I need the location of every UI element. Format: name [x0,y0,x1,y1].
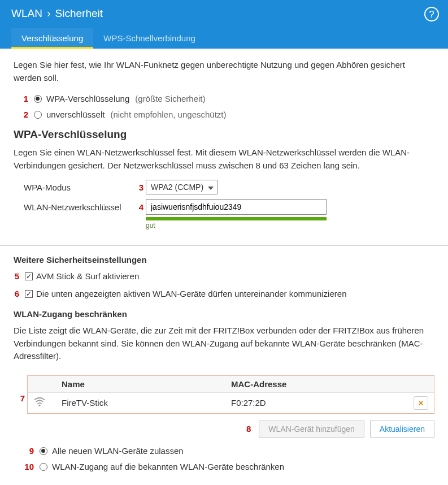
annotation-5: 5 [8,270,19,283]
col-name: Name [62,379,231,389]
opt-allow-label: Alle neuen WLAN-Geräte zulassen [52,444,184,458]
wpa-key-input[interactable] [146,200,326,214]
wifi-icon [33,397,46,409]
chevron-down-icon [208,183,214,192]
annotation-10: 10 [23,460,34,474]
tabs: Verschlüsselung WPS-Schnellverbindung [11,28,437,49]
breadcrumb: WLAN › Sicherheit [11,7,437,20]
annotation-8: 8 [240,424,251,434]
opt-unencrypted-hint: (nicht empfohlen, ungeschützt) [110,108,226,122]
radio-restrict[interactable] [40,463,47,471]
help-icon[interactable]: ? [424,7,439,21]
radio-wpa[interactable] [34,95,42,103]
more-heading: Weitere Sicherheitseinstellungen [14,255,434,265]
strength-label: gut [146,222,327,229]
wpa-key-label: WLAN-Netzwerkschlüssel [14,202,132,212]
annotation-7: 7 [14,393,25,403]
col-mac: MAC-Adresse [231,379,406,389]
chk2-label: Die unten angezeigten aktiven WLAN-Gerät… [36,288,346,301]
wpa-mode-value: WPA2 (CCMP) [151,183,203,192]
annotation-3: 3 [132,183,143,192]
annotation-9: 9 [23,444,34,458]
intro-text: Legen Sie hier fest, wie Ihr WLAN-Funkne… [14,59,434,84]
delete-device-button[interactable]: × [414,396,428,410]
chk1-label: AVM Stick & Surf aktivieren [36,270,139,283]
wpa-mode-select[interactable]: WPA2 (CCMP) [146,180,218,194]
svg-point-0 [38,405,40,406]
tab-verschluesselung[interactable]: Verschlüsselung [11,28,93,49]
wpa-mode-label: WPA-Modus [14,183,132,192]
wpa-heading: WPA-Verschlüsselung [14,128,434,141]
device-name: FireTV-Stick [62,398,231,408]
add-device-button[interactable]: WLAN-Gerät hinzufügen [259,421,364,438]
radio-unencrypted[interactable] [34,111,42,119]
checkbox-stick-surf[interactable] [25,272,33,280]
annotation-1: 1 [17,92,28,106]
annotation-4: 4 [132,202,143,212]
tab-wps[interactable]: WPS-Schnellverbindung [93,28,206,49]
opt-restrict-label: WLAN-Zugang auf die bekannten WLAN-Gerät… [52,460,284,474]
opt-wpa-hint: (größte Sicherheit) [135,92,205,106]
device-mac: F0:27:2D [231,398,406,408]
table-row: FireTV-Stick F0:27:2D × [28,393,434,413]
refresh-button[interactable]: Aktualisieren [370,421,434,438]
opt-unencrypted-label: unverschlüsselt [46,108,105,122]
opt-wpa-label: WPA-Verschlüsselung [46,92,129,106]
chevron-right-icon: › [47,7,51,20]
restrict-desc: Die Liste zeigt die WLAN-Geräte, die zur… [14,324,434,363]
crumb-sicherheit: Sicherheit [55,7,103,20]
wpa-desc: Legen Sie einen WLAN-Netzwerkschlüssel f… [14,146,434,172]
checkbox-communicate[interactable] [25,290,33,298]
crumb-wlan[interactable]: WLAN [11,7,42,20]
annotation-6: 6 [8,288,19,301]
radio-allow-all[interactable] [40,447,47,455]
annotation-2: 2 [17,108,28,122]
divider [0,245,448,246]
strength-bar [146,217,327,220]
restrict-heading: WLAN-Zugang beschränken [14,309,434,319]
